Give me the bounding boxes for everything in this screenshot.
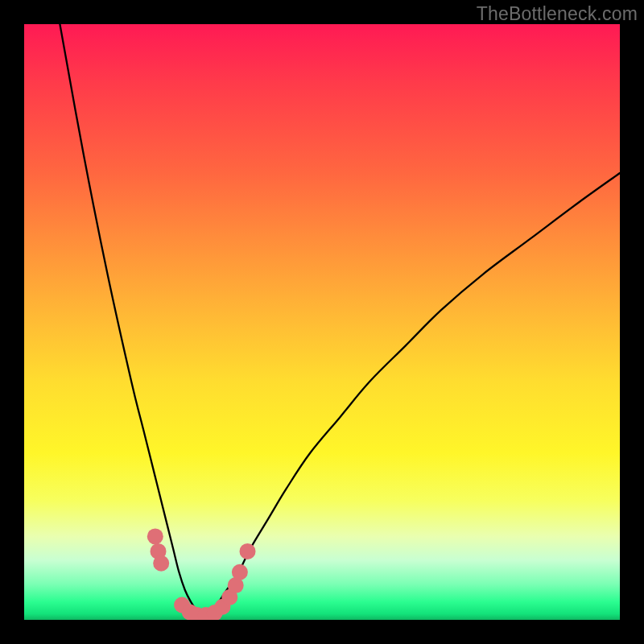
chart-plot-area [24,24,620,620]
highlight-marker [147,528,163,544]
watermark-text: TheBottleneck.com [477,3,638,25]
curve-right-branch [203,173,620,617]
chart-frame: TheBottleneck.com [0,0,644,644]
curve-group [60,24,620,617]
highlight-marker [240,543,256,559]
chart-svg [24,24,620,620]
curve-left-branch [60,24,203,617]
highlight-marker [153,555,169,572]
marker-group [147,528,256,620]
highlight-marker [232,564,248,580]
